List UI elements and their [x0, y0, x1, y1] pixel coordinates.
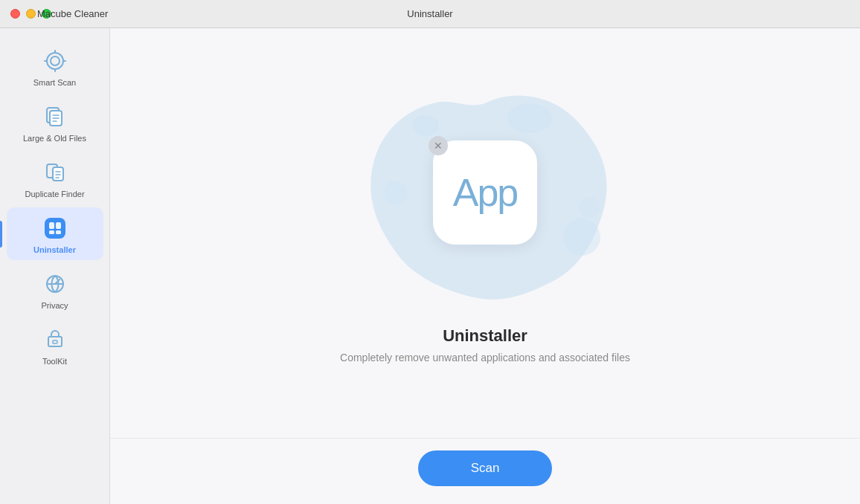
svg-point-28: [507, 103, 552, 133]
sidebar-item-toolkit[interactable]: ToolKit: [7, 319, 103, 372]
sidebar-item-duplicate-finder[interactable]: Duplicate Finder: [7, 152, 103, 204]
uninstaller-icon: [42, 215, 68, 242]
privacy-icon: [42, 271, 68, 297]
sidebar-item-uninstaller-label: Uninstaller: [33, 245, 76, 254]
sidebar-item-toolkit-label: ToolKit: [42, 357, 67, 366]
app-icon-text: App: [453, 170, 518, 215]
scan-button[interactable]: Scan: [418, 450, 552, 486]
svg-rect-17: [49, 222, 54, 229]
svg-point-30: [579, 197, 600, 218]
large-old-files-icon: [42, 103, 68, 130]
app-name: Macube Cleaner: [37, 8, 108, 19]
bottom-bar: Scan: [110, 438, 860, 504]
app-icon-card: ✕ App: [433, 140, 537, 245]
svg-point-27: [385, 181, 407, 204]
main-content: ✕ App Uninstaller Completely remove unwa…: [110, 28, 860, 504]
svg-point-26: [563, 219, 600, 256]
sidebar-item-duplicate-finder-label: Duplicate Finder: [25, 190, 84, 198]
svg-point-1: [51, 56, 60, 65]
duplicate-finder-icon: [42, 159, 68, 186]
sidebar: Smart Scan Large & Old Files: [0, 28, 110, 504]
sidebar-item-privacy[interactable]: Privacy: [7, 263, 103, 316]
smart-scan-icon: [42, 48, 68, 74]
svg-rect-25: [53, 340, 57, 343]
sidebar-item-large-old-files-label: Large & Old Files: [23, 134, 86, 143]
sidebar-item-uninstaller[interactable]: Uninstaller: [7, 207, 103, 260]
sidebar-item-smart-scan-label: Smart Scan: [33, 78, 76, 87]
svg-rect-12: [53, 167, 63, 181]
svg-rect-24: [48, 337, 62, 346]
minimize-button[interactable]: [26, 9, 36, 19]
svg-point-0: [47, 53, 63, 69]
hero-title: Uninstaller: [443, 326, 527, 346]
sidebar-item-smart-scan[interactable]: Smart Scan: [7, 40, 103, 93]
close-button[interactable]: [10, 9, 20, 19]
toolkit-icon: [42, 326, 68, 353]
hero-illustration: ✕ App: [336, 74, 634, 311]
layout: Smart Scan Large & Old Files: [0, 28, 860, 504]
hero-subtitle: Completely remove unwanted applications …: [340, 352, 630, 364]
svg-point-29: [412, 115, 439, 136]
x-badge: ✕: [429, 136, 448, 155]
svg-rect-18: [56, 222, 61, 229]
sidebar-item-large-old-files[interactable]: Large & Old Files: [7, 96, 103, 149]
svg-rect-16: [45, 218, 65, 239]
svg-rect-19: [49, 230, 54, 234]
sidebar-item-privacy-label: Privacy: [41, 301, 68, 310]
hero-area: ✕ App Uninstaller Completely remove unwa…: [336, 0, 634, 438]
svg-rect-20: [56, 230, 61, 234]
